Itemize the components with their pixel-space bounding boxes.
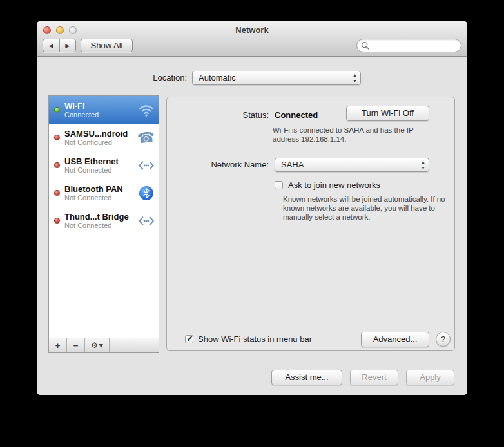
service-status: Not Configured xyxy=(64,138,137,147)
back-icon: ◀ xyxy=(49,43,53,49)
sidebar-footer: + − ⚙▾ xyxy=(49,338,159,352)
remove-service-button[interactable]: − xyxy=(67,338,85,352)
service-name: USB Ethernet xyxy=(64,157,137,166)
popup-arrows-icon: ▲▼ xyxy=(353,72,357,84)
back-forward-control: ◀ ▶ xyxy=(43,39,76,52)
action-menu-button[interactable]: ⚙▾ xyxy=(85,338,110,352)
forward-button[interactable]: ▶ xyxy=(60,39,76,52)
status-dot-red xyxy=(54,135,60,140)
network-name-label: Network Name: xyxy=(167,160,269,169)
ethernet-icon xyxy=(137,160,156,171)
status-value: Connected xyxy=(275,110,318,120)
location-value: Automatic xyxy=(199,73,236,82)
turn-wifi-off-button[interactable]: Turn Wi-Fi Off xyxy=(346,106,429,121)
assist-me-button[interactable]: Assist me... xyxy=(271,370,342,385)
show-all-button[interactable]: Show All xyxy=(81,39,133,52)
show-wifi-status-label: Show Wi-Fi status in menu bar xyxy=(198,334,312,344)
service-status: Not Connected xyxy=(64,166,137,175)
search-field[interactable] xyxy=(356,39,461,52)
sidebar-item-usb-ethernet[interactable]: USB Ethernet Not Connected xyxy=(49,151,159,179)
phone-icon: ☎ xyxy=(137,129,156,146)
forward-icon: ▶ xyxy=(65,43,70,49)
wifi-icon xyxy=(137,103,156,117)
service-status: Connected xyxy=(64,111,137,119)
location-label: Location: xyxy=(114,73,187,82)
service-status: Not Connected xyxy=(64,222,137,230)
checkmark-icon: ✓ xyxy=(186,333,194,343)
service-name: Wi-Fi xyxy=(64,101,137,111)
popup-arrows-icon: ▲▼ xyxy=(421,159,425,171)
ask-to-join-label: Ask to join new networks xyxy=(288,180,380,190)
network-name-popup[interactable]: SAHA ▲▼ xyxy=(275,158,429,172)
help-button[interactable]: ? xyxy=(436,332,451,347)
apply-button[interactable]: Apply xyxy=(406,370,454,385)
ask-to-join-checkbox[interactable] xyxy=(275,181,283,189)
network-name-value: SAHA xyxy=(281,160,304,169)
service-name: Thund...t Bridge xyxy=(64,212,137,222)
bluetooth-icon xyxy=(137,186,156,200)
ethernet-icon xyxy=(137,215,156,227)
services-list: Wi-Fi Connected SAMSU...ndroid Not C xyxy=(49,96,159,338)
show-wifi-status-checkbox[interactable]: ✓ xyxy=(185,335,193,343)
location-popup[interactable]: Automatic ▲▼ xyxy=(192,71,361,85)
sidebar-item-samsung-android[interactable]: SAMSU...ndroid Not Configured ☎ xyxy=(49,124,159,151)
sidebar-item-wifi[interactable]: Wi-Fi Connected xyxy=(49,96,159,124)
window-header: Network ◀ ▶ Show All xyxy=(37,21,467,57)
revert-button[interactable]: Revert xyxy=(350,370,398,385)
advanced-button[interactable]: Advanced... xyxy=(361,332,429,347)
service-name: SAMSU...ndroid xyxy=(64,129,137,138)
sidebar-item-thunderbolt-bridge[interactable]: Thund...t Bridge Not Connected xyxy=(49,207,159,234)
back-button[interactable]: ◀ xyxy=(43,39,60,52)
status-dot-red xyxy=(54,162,60,168)
services-sidebar: Wi-Fi Connected SAMSU...ndroid Not C xyxy=(48,95,159,353)
service-name: Bluetooth PAN xyxy=(64,184,137,194)
status-dot-green xyxy=(54,107,60,113)
search-icon xyxy=(361,41,370,50)
wifi-settings-pane: Status: Connected Turn Wi-Fi Off Wi-Fi i… xyxy=(166,97,455,351)
status-description: Wi-Fi is connected to SAHA and has the I… xyxy=(273,126,441,144)
gear-icon: ⚙ xyxy=(91,341,98,350)
search-input[interactable] xyxy=(373,41,453,50)
caret-down-icon: ▾ xyxy=(99,341,103,350)
ask-to-join-description: Known networks will be joined automatica… xyxy=(283,195,445,222)
add-service-button[interactable]: + xyxy=(49,338,67,352)
status-dot-red xyxy=(54,218,60,224)
service-status: Not Connected xyxy=(64,194,137,202)
network-preferences-window: Network ◀ ▶ Show All Location: Automatic… xyxy=(37,21,467,395)
status-label: Status: xyxy=(167,110,269,120)
sidebar-item-bluetooth-pan[interactable]: Bluetooth PAN Not Connected xyxy=(49,179,159,207)
window-title: Network xyxy=(37,25,467,35)
status-dot-red xyxy=(54,190,60,196)
